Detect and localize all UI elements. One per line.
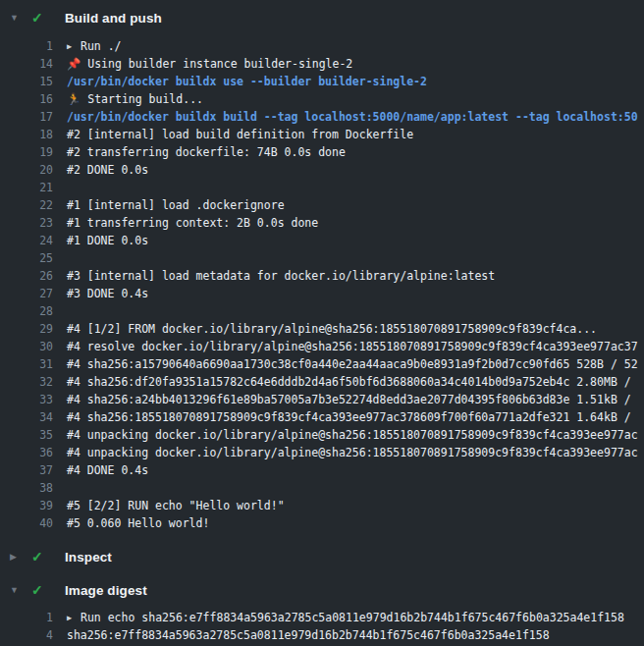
section-header-inspect[interactable]: ▶✓Inspect — [0, 540, 644, 573]
line-number[interactable]: 22 — [0, 196, 53, 214]
actions-log-viewer: ▼✓Build and push1▶Run ./14📌 Using builde… — [0, 0, 644, 646]
log-line: 16🏃 Starting build... — [0, 90, 644, 108]
line-number[interactable]: 15 — [0, 73, 53, 90]
chevron-right-icon[interactable]: ▶ — [10, 553, 31, 562]
line-text: #1 DONE 0.0s — [67, 232, 148, 249]
log-block-image-digest: 1▶Run echo sha256:e7ff8834a5963a2785c5a0… — [0, 607, 644, 646]
log-line: 17/usr/bin/docker buildx build --tag loc… — [0, 108, 644, 126]
line-text: #1 transferring context: 2B 0.0s done — [67, 214, 318, 232]
log-line: 35#4 unpacking docker.io/library/alpine@… — [0, 426, 644, 444]
line-text: #4 unpacking docker.io/library/alpine@sh… — [67, 444, 638, 461]
log-line: 38 — [0, 479, 644, 497]
line-text: #2 transferring dockerfile: 74B 0.0s don… — [67, 143, 346, 161]
line-number[interactable]: 36 — [0, 444, 53, 461]
line-text: #4 sha256:a24bb4013296f61e89ba57005a7b3e… — [67, 391, 638, 408]
line-text: #5 0.060 Hello world! — [67, 514, 209, 532]
line-number[interactable]: 25 — [0, 249, 53, 267]
line-number[interactable]: 32 — [0, 373, 53, 391]
line-number[interactable]: 23 — [0, 214, 53, 232]
line-number[interactable]: 1 — [0, 609, 53, 626]
line-number[interactable]: 33 — [0, 391, 53, 408]
line-number[interactable]: 18 — [0, 126, 53, 143]
line-text: #1 [internal] load .dockerignore — [67, 196, 285, 214]
line-number[interactable]: 31 — [0, 355, 53, 373]
log-line: 18#2 [internal] load build definition fr… — [0, 126, 644, 143]
line-text: #4 sha256:185518070891758909c9f839cf4ca3… — [67, 408, 638, 426]
log-line: 24#1 DONE 0.0s — [0, 232, 644, 249]
log-line: 27#3 DONE 0.4s — [0, 285, 644, 302]
line-text: Run ./ — [80, 37, 122, 55]
line-text: 📌 Using builder instance builder-single-… — [67, 55, 352, 73]
check-icon: ✓ — [31, 11, 51, 25]
line-number[interactable]: 35 — [0, 426, 53, 444]
play-toggle-icon[interactable]: ▶ — [67, 37, 80, 55]
log-line: 4sha256:e7ff8834a5963a2785c5a0811e979d16… — [0, 626, 644, 644]
line-number[interactable]: 37 — [0, 461, 53, 479]
line-number[interactable]: 27 — [0, 285, 53, 302]
line-number[interactable]: 20 — [0, 161, 53, 179]
line-text: #3 DONE 0.4s — [67, 285, 148, 302]
line-text: sha256:e7ff8834a5963a2785c5a0811e979d16b… — [67, 626, 550, 644]
log-line: 23#1 transferring context: 2B 0.0s done — [0, 214, 644, 232]
section-header-image-digest[interactable]: ▼✓Image digest — [0, 573, 644, 607]
line-number[interactable]: 40 — [0, 514, 53, 532]
log-line: 32#4 sha256:df20fa9351a15782c64e6dddb2d4… — [0, 373, 644, 391]
log-line: 25 — [0, 249, 644, 267]
line-number[interactable]: 19 — [0, 143, 53, 161]
log-line: 40#5 0.060 Hello world! — [0, 514, 644, 532]
line-number[interactable]: 29 — [0, 320, 53, 338]
line-number[interactable]: 34 — [0, 408, 53, 426]
line-text: /usr/bin/docker buildx build --tag local… — [67, 108, 638, 126]
log-line: 19#2 transferring dockerfile: 74B 0.0s d… — [0, 143, 644, 161]
log-line: 26#3 [internal] load metadata for docker… — [0, 267, 644, 285]
chevron-down-icon[interactable]: ▼ — [10, 14, 31, 23]
play-toggle-icon[interactable]: ▶ — [67, 609, 80, 626]
log-line: 39#5 [2/2] RUN echo "Hello world!" — [0, 497, 644, 514]
line-text: 🏃 Starting build... — [67, 90, 203, 108]
line-number[interactable]: 17 — [0, 108, 53, 126]
log-line: 22#1 [internal] load .dockerignore — [0, 196, 644, 214]
section-title-inspect: Inspect — [65, 550, 112, 565]
log-line: 30#4 resolve docker.io/library/alpine@sh… — [0, 338, 644, 355]
line-number[interactable]: 1 — [0, 37, 53, 55]
section-header-build-and-push[interactable]: ▼✓Build and push — [0, 0, 644, 35]
line-text: #3 [internal] load metadata for docker.i… — [67, 267, 495, 285]
line-number[interactable]: 38 — [0, 479, 53, 497]
line-number[interactable]: 4 — [0, 626, 53, 644]
line-text: #4 resolve docker.io/library/alpine@sha2… — [67, 338, 638, 355]
log-line: 14📌 Using builder instance builder-singl… — [0, 55, 644, 73]
log-line: 29#4 [1/2] FROM docker.io/library/alpine… — [0, 320, 644, 338]
line-number[interactable]: 26 — [0, 267, 53, 285]
line-text: #4 unpacking docker.io/library/alpine@sh… — [67, 426, 638, 444]
section-title-build-and-push: Build and push — [65, 11, 162, 26]
log-line: 1▶Run echo sha256:e7ff8834a5963a2785c5a0… — [0, 609, 644, 626]
line-text: #4 DONE 0.4s — [67, 461, 148, 479]
check-icon: ✓ — [31, 583, 51, 597]
line-number[interactable]: 28 — [0, 302, 53, 320]
log-line: 36#4 unpacking docker.io/library/alpine@… — [0, 444, 644, 461]
log-line: 31#4 sha256:a15790640a6690aa1730c38cf0a4… — [0, 355, 644, 373]
line-text: #4 sha256:df20fa9351a15782c64e6dddb2d4a6… — [67, 373, 638, 391]
line-number[interactable]: 21 — [0, 179, 53, 196]
line-text: #2 [internal] load build definition from… — [67, 126, 413, 143]
log-line: 37#4 DONE 0.4s — [0, 461, 644, 479]
line-text: Run echo sha256:e7ff8834a5963a2785c5a081… — [80, 609, 624, 626]
line-text: #4 [1/2] FROM docker.io/library/alpine@s… — [67, 320, 597, 338]
line-number[interactable]: 24 — [0, 232, 53, 249]
section-title-image-digest: Image digest — [65, 583, 147, 598]
log-line: 33#4 sha256:a24bb4013296f61e89ba57005a7b… — [0, 391, 644, 408]
chevron-down-icon[interactable]: ▼ — [10, 586, 31, 595]
line-text: #5 [2/2] RUN echo "Hello world!" — [67, 497, 285, 514]
line-number[interactable]: 14 — [0, 55, 53, 73]
check-icon: ✓ — [31, 550, 51, 564]
line-number[interactable]: 39 — [0, 497, 53, 514]
log-line: 21 — [0, 179, 644, 196]
log-line: 15/usr/bin/docker buildx use --builder b… — [0, 73, 644, 90]
log-line: 28 — [0, 302, 644, 320]
log-line: 1▶Run ./ — [0, 37, 644, 55]
line-number[interactable]: 16 — [0, 90, 53, 108]
log-block-build-and-push: 1▶Run ./14📌 Using builder instance build… — [0, 35, 644, 534]
line-text: /usr/bin/docker buildx use --builder bui… — [67, 73, 427, 90]
log-line: 20#2 DONE 0.0s — [0, 161, 644, 179]
line-number[interactable]: 30 — [0, 338, 53, 355]
